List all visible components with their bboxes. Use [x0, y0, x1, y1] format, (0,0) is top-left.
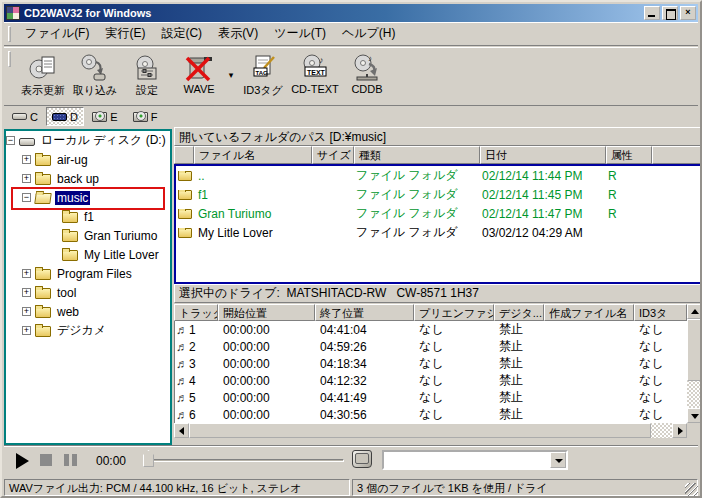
file-row[interactable]: .. ファイル フォルダ 02/12/14 11:44 PM R	[176, 166, 700, 185]
toolbar-button[interactable]: TAG ♪TEXT ♪ ID3タグ	[237, 51, 289, 99]
tree-expand-toggle[interactable]: +	[22, 269, 31, 278]
file-column-header[interactable]	[174, 146, 194, 164]
track-cell: 2	[175, 340, 219, 354]
tree-item[interactable]: + web	[6, 302, 170, 321]
maximize-button[interactable]	[662, 6, 678, 20]
file-column-header[interactable]: 日付	[480, 146, 606, 164]
track-select-combobox[interactable]	[382, 450, 568, 470]
toolbar-button[interactable]: TAG ♪TEXT ♪ CD-TEXT	[289, 51, 341, 99]
file-row[interactable]: My Litle Lover ファイル フォルダ 03/02/12 04:29 …	[176, 223, 700, 242]
drive-tab[interactable]: D	[46, 107, 84, 126]
toolbar-button[interactable]: TAG ♪TEXT ♪ CDDB	[341, 51, 393, 99]
horizontal-scrollbar[interactable]	[174, 423, 687, 438]
scroll-right-button[interactable]	[672, 423, 687, 438]
track-column-header[interactable]: トラック	[174, 304, 218, 321]
file-row[interactable]: f1 ファイル フォルダ 02/12/14 11:45 PM R	[176, 185, 700, 204]
tree-item[interactable]: − music	[6, 188, 170, 207]
menu-item[interactable]: 設定(C)	[153, 23, 210, 44]
tree-item[interactable]: + air-ug	[6, 150, 170, 169]
track-column-header[interactable]: デジタ...	[494, 304, 544, 321]
drive-tab-label: C	[30, 111, 38, 123]
minimize-button[interactable]	[644, 6, 660, 20]
pause-button[interactable]	[64, 454, 77, 466]
menu-item[interactable]: ヘルプ(H)	[334, 23, 404, 44]
track-start: 00:00:00	[219, 323, 316, 337]
seek-slider-thumb[interactable]	[143, 450, 154, 467]
track-row[interactable]: 3 00:00:00 04:18:34 なし 禁止 なし	[175, 355, 687, 372]
tree-item[interactable]: + back up	[6, 169, 170, 188]
toolbar-button-label: CD-TEXT	[291, 83, 339, 95]
file-column-header[interactable]: サイズ	[312, 146, 354, 164]
toolbar-button[interactable]: TAG ♪TEXT ♪ 設定	[121, 51, 173, 99]
drive-tab[interactable]: F	[126, 107, 164, 126]
toolbar-button-icon: TAG ♪TEXT ♪	[248, 54, 278, 82]
track-column-header[interactable]: ID3タ	[634, 304, 687, 321]
tree-item[interactable]: f1	[6, 207, 170, 226]
scroll-left-button[interactable]	[174, 423, 189, 438]
toolbar-grip[interactable]	[8, 51, 11, 67]
file-row[interactable]: Gran Turiumo ファイル フォルダ 02/12/14 11:47 PM…	[176, 204, 700, 223]
tree-expand-toggle[interactable]: −	[22, 193, 31, 202]
file-column-header[interactable]: ファイル名	[194, 146, 312, 164]
tree-expand-toggle[interactable]: +	[22, 155, 31, 164]
vertical-scroll-thumb[interactable]	[687, 319, 702, 381]
selected-drive-header: 選択中のドライブ: MATSHITACD-RW CW-8571 1H37	[174, 284, 702, 303]
file-attr: R	[604, 188, 650, 202]
tree-item-label: My Litle Lover	[82, 248, 161, 262]
track-row[interactable]: 5 00:00:00 04:41:49 なし 禁止 なし	[175, 389, 687, 406]
wave-dropdown-arrow[interactable]: ▾	[225, 70, 237, 80]
tree-item[interactable]: + Program Files	[6, 264, 170, 283]
vertical-scrollbar[interactable]	[687, 304, 702, 423]
track-column-header[interactable]: 終了位置	[315, 304, 414, 321]
tree-expand-toggle[interactable]: +	[22, 174, 31, 183]
play-button[interactable]	[16, 453, 29, 469]
folder-icon	[35, 174, 51, 185]
tree-expand-toggle[interactable]: +	[22, 288, 31, 297]
tree-expand-toggle[interactable]: +	[22, 326, 31, 335]
track-row[interactable]: 6 00:00:00 04:30:56 なし 禁止 なし	[175, 406, 687, 423]
combobox-dropdown-button[interactable]	[550, 452, 566, 468]
status-bar: WAVファイル出力: PCM / 44.100 kHz, 16 ビット, ステレ…	[4, 477, 698, 496]
file-column-header[interactable]: 属性	[606, 146, 652, 164]
resize-grip[interactable]	[685, 483, 698, 496]
track-row[interactable]: 4 00:00:00 04:12:32 なし 禁止 なし	[175, 372, 687, 389]
folder-icon	[35, 288, 51, 299]
track-row[interactable]: 1 00:00:00 04:41:04 なし 禁止 なし	[175, 321, 687, 338]
track-start: 00:00:00	[219, 408, 316, 422]
file-list: .. ファイル フォルダ 02/12/14 11:44 PM R f1 ファイル…	[174, 164, 702, 284]
menu-item[interactable]: ファイル(F)	[17, 23, 97, 44]
toolbar-button[interactable]: TAG ♪TEXT ♪ WAVE	[173, 51, 225, 99]
track-column-header[interactable]: プリエンファシス	[414, 304, 494, 321]
tree-expand-toggle[interactable]: +	[22, 307, 31, 316]
tree-item[interactable]: − ローカル ディスク (D:)	[6, 131, 170, 150]
menu-item[interactable]: 表示(V)	[210, 23, 266, 44]
file-type: ファイル フォルダ	[352, 186, 478, 203]
toolbar-button[interactable]: TAG ♪TEXT ♪ 取り込み	[69, 51, 121, 99]
file-column-header[interactable]: 種類	[354, 146, 480, 164]
menu-item[interactable]: ツール(T)	[266, 23, 334, 44]
menu-item[interactable]: 実行(E)	[97, 23, 153, 44]
refresh-drive-icon[interactable]	[681, 286, 697, 301]
close-button[interactable]: ×	[680, 6, 696, 20]
tree-item[interactable]: Gran Turiumo	[6, 226, 170, 245]
scroll-down-button[interactable]	[687, 408, 702, 423]
stop-button[interactable]	[40, 454, 52, 466]
tree-item[interactable]: + デジカメ	[6, 321, 170, 340]
track-end: 04:12:32	[316, 374, 415, 388]
toolbar-button-label: 設定	[136, 83, 158, 98]
tree-item[interactable]: My Litle Lover	[6, 245, 170, 264]
track-column-header[interactable]: 開始位置	[218, 304, 315, 321]
scroll-up-button[interactable]	[687, 304, 702, 319]
track-table-header: トラック 開始位置 終了位置 プリエンファシス デジタ... 作成ファイル名 I…	[174, 304, 687, 321]
toolbar-button[interactable]: TAG ♪TEXT ♪ 表示更新	[17, 51, 69, 99]
file-column-header[interactable]	[652, 146, 702, 164]
drive-tab[interactable]: E	[86, 107, 124, 126]
menu-grip[interactable]	[8, 26, 11, 42]
horizontal-scroll-thumb[interactable]	[189, 423, 651, 438]
track-row[interactable]: 2 00:00:00 04:59:26 なし 禁止 なし	[175, 338, 687, 355]
tree-expand-toggle[interactable]: −	[6, 136, 15, 145]
track-column-header[interactable]: 作成ファイル名	[544, 304, 634, 321]
tree-item[interactable]: + tool	[6, 283, 170, 302]
drive-tab[interactable]: C	[6, 107, 44, 126]
seek-slider[interactable]	[144, 459, 344, 462]
